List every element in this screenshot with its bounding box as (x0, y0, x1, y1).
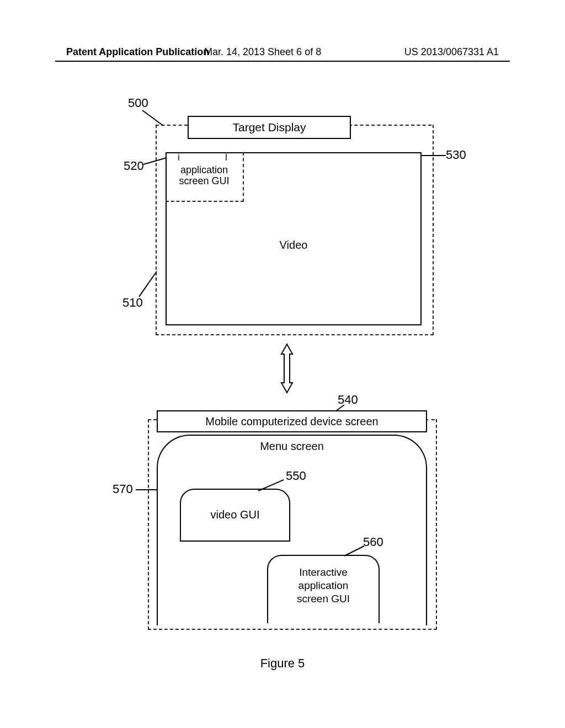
video-label: Video (167, 239, 420, 251)
ref-520: 520 (124, 159, 144, 173)
target-display-title-box: Target Display (188, 116, 351, 139)
app-gui-label: application screen GUI (166, 164, 243, 186)
svg-line-1 (143, 158, 167, 164)
ref-550: 550 (286, 469, 306, 483)
menu-screen-label: Menu screen (158, 440, 426, 453)
interactive-gui-label: Interactive application screen GUI (268, 566, 379, 606)
ref-570-leader (134, 484, 161, 495)
svg-line-7 (344, 546, 364, 556)
svg-line-0 (142, 110, 163, 126)
mobile-title: Mobile computerized device screen (205, 415, 379, 427)
figure-stage: Target Display Video application screen … (0, 0, 565, 728)
video-gui-box: video GUI (180, 489, 290, 542)
ref-500-leader (137, 108, 170, 130)
figure-caption: Figure 5 (0, 656, 565, 671)
video-gui-label: video GUI (181, 508, 289, 521)
app-gui-mark-l: l (225, 152, 227, 163)
ref-560-leader (342, 545, 367, 559)
mobile-top-left-dash (148, 419, 157, 420)
ref-520-leader (142, 157, 170, 173)
svg-line-2 (139, 271, 157, 297)
mobile-title-box: Mobile computerized device screen (157, 410, 427, 432)
bidirectional-arrow-icon (276, 341, 298, 396)
interactive-gui-box: Interactive application screen GUI (267, 555, 380, 623)
app-gui-mark-i: i (178, 152, 180, 163)
ref-510-leader (137, 269, 164, 301)
ref-570: 570 (113, 482, 133, 496)
target-display-title: Target Display (232, 121, 306, 133)
svg-line-6 (258, 480, 284, 491)
target-display-top-right-dash (349, 125, 431, 126)
ref-550-leader (255, 478, 288, 494)
ref-530-leader (417, 153, 450, 164)
app-gui-box: application screen GUI i l (166, 152, 244, 202)
